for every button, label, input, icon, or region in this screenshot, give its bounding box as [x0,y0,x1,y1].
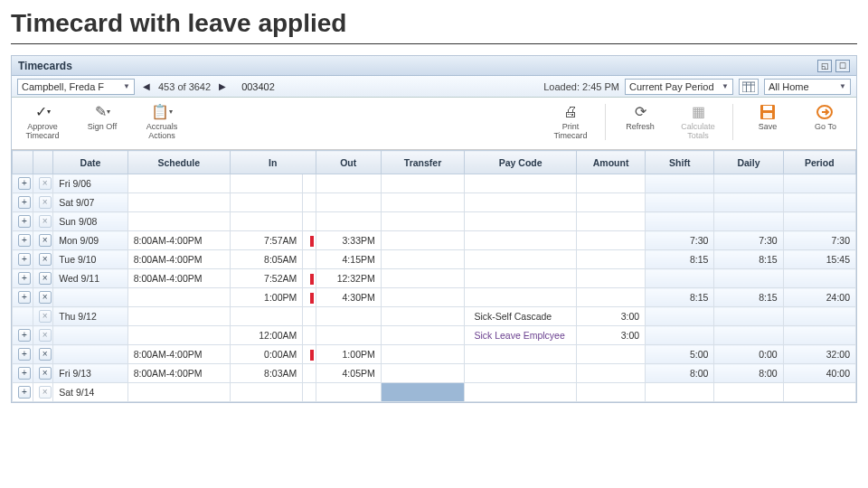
approve-timecard-button[interactable]: ✓▾ Approve Timecard [19,103,66,141]
cell-out[interactable]: 4:05PM [316,364,381,383]
cell-date[interactable]: Fri 9/13 [53,364,127,383]
cell-transfer[interactable] [381,383,465,402]
cell-paycode[interactable] [465,364,577,383]
cell-date[interactable]: Thu 9/12 [53,307,127,326]
cell-transfer[interactable] [381,326,465,345]
cell-in[interactable]: 8:03AM [230,364,302,383]
cell-paycode[interactable] [465,383,577,402]
add-row-button[interactable]: + [18,215,31,228]
delete-row-button[interactable]: × [39,367,52,380]
delete-row-button[interactable]: × [39,272,52,285]
cell-transfer[interactable] [381,212,465,231]
cell-transfer[interactable] [381,269,465,288]
cell-in[interactable] [230,174,302,193]
cell-date[interactable]: Sun 9/08 [53,212,127,231]
delete-row-button[interactable]: × [39,196,52,209]
save-button[interactable]: Save [744,103,791,141]
add-row-button[interactable]: + [18,253,31,266]
cell-out[interactable] [316,212,381,231]
delete-row-button[interactable]: × [39,291,52,304]
cell-out[interactable]: 12:32PM [316,269,381,288]
home-filter-select[interactable]: All Home ▼ [764,79,851,95]
add-row-button[interactable]: + [18,329,31,342]
cell-paycode[interactable]: Sick Leave Emplcyee [465,326,577,345]
cell-date[interactable]: Tue 9/10 [53,250,127,269]
print-button[interactable]: 🖨 Print Timecard [547,103,594,141]
cell-schedule[interactable] [127,326,230,345]
calculate-totals-button[interactable]: ▦ Calculate Totals [675,103,722,141]
cell-transfer[interactable] [381,174,465,193]
cell-date[interactable] [53,345,127,364]
cell-amount[interactable] [576,364,645,383]
add-row-button[interactable]: + [18,348,31,361]
cell-out[interactable] [316,383,381,402]
cell-amount[interactable] [576,174,645,193]
refresh-button[interactable]: ⟳ Refresh [617,103,664,141]
cell-out[interactable] [316,326,381,345]
cell-date[interactable]: Wed 9/11 [53,269,127,288]
cell-schedule[interactable] [127,383,230,402]
cell-out[interactable] [316,307,381,326]
delete-row-button[interactable]: × [39,177,52,190]
cell-transfer[interactable] [381,250,465,269]
cell-in[interactable] [230,212,302,231]
delete-row-button[interactable]: × [39,215,52,228]
cell-schedule[interactable] [127,212,230,231]
cell-in[interactable]: 12:00AM [230,326,302,345]
cell-schedule[interactable]: 8:00AM-4:00PM [127,345,230,364]
go-to-button[interactable]: Go To [802,103,849,141]
cell-amount[interactable]: 3:00 [576,307,645,326]
employee-select[interactable]: Campbell, Freda F ▼ [17,79,135,95]
cell-in[interactable]: 7:57AM [230,231,302,250]
cell-paycode[interactable] [465,193,577,212]
delete-row-button[interactable]: × [39,253,52,266]
cell-amount[interactable] [576,250,645,269]
cell-schedule[interactable] [127,288,230,307]
cell-paycode[interactable] [465,174,577,193]
prev-employee-button[interactable]: ◀ [140,80,153,93]
cell-schedule[interactable] [127,193,230,212]
cell-in[interactable] [230,307,302,326]
cell-in[interactable]: 0:00AM [230,345,302,364]
delete-row-button[interactable]: × [39,329,52,342]
delete-row-button[interactable]: × [39,234,52,247]
next-employee-button[interactable]: ▶ [216,80,229,93]
cell-amount[interactable] [576,212,645,231]
cell-paycode[interactable] [465,288,577,307]
cell-paycode[interactable] [465,345,577,364]
cell-paycode[interactable]: Sick-Self Cascade [465,307,577,326]
cell-date[interactable]: Fri 9/06 [53,174,127,193]
delete-row-button[interactable]: × [39,348,52,361]
cell-transfer[interactable] [381,288,465,307]
add-row-button[interactable]: + [18,234,31,247]
cell-date[interactable] [53,288,127,307]
cell-paycode[interactable] [465,212,577,231]
cell-amount[interactable] [576,193,645,212]
cell-schedule[interactable]: 8:00AM-4:00PM [127,231,230,250]
maximize-button[interactable]: ☐ [835,60,850,72]
add-row-button[interactable]: + [18,272,31,285]
cell-in[interactable] [230,383,302,402]
delete-row-button[interactable]: × [39,386,52,399]
delete-row-button[interactable]: × [39,310,52,323]
cell-amount[interactable] [576,288,645,307]
paycode-link[interactable]: Sick Leave Emplcyee [474,330,564,341]
cell-schedule[interactable] [127,307,230,326]
cell-transfer[interactable] [381,193,465,212]
cell-paycode[interactable] [465,231,577,250]
cell-out[interactable]: 4:30PM [316,288,381,307]
cell-out[interactable]: 4:15PM [316,250,381,269]
cell-date[interactable]: Sat 9/14 [53,383,127,402]
cell-schedule[interactable]: 8:00AM-4:00PM [127,269,230,288]
cell-date[interactable]: Mon 9/09 [53,231,127,250]
cell-paycode[interactable] [465,269,577,288]
add-row-button[interactable]: + [18,367,31,380]
cell-in[interactable]: 7:52AM [230,269,302,288]
cell-transfer[interactable] [381,307,465,326]
cell-amount[interactable] [576,231,645,250]
pay-period-select[interactable]: Current Pay Period ▼ [625,79,733,95]
cell-transfer[interactable] [381,345,465,364]
cell-amount[interactable] [576,269,645,288]
sign-off-button[interactable]: ✎▾ Sign Off [79,103,126,132]
cell-schedule[interactable] [127,174,230,193]
